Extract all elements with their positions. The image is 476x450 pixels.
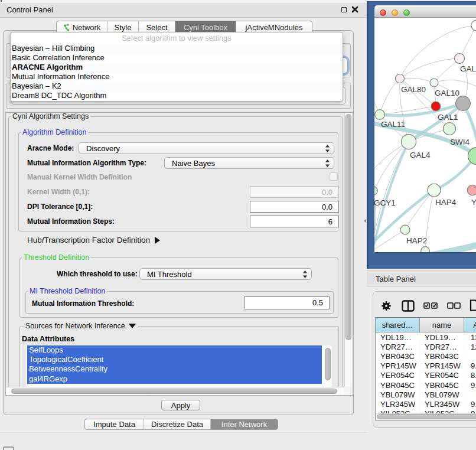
network-node-gcy1[interactable] (374, 187, 377, 195)
kernel-width-field[interactable]: 0.0 (250, 186, 339, 198)
table-cell: 9. (471, 361, 476, 370)
table-cell: YDL19… (425, 333, 456, 342)
settings-vscrollbar-thumb[interactable] (345, 114, 351, 340)
column-header[interactable]: A (464, 318, 476, 332)
function-builder-icon[interactable] (470, 299, 476, 311)
network-node-gal10[interactable] (430, 79, 438, 87)
table-row[interactable]: YBR045CYBR045C9. (376, 380, 476, 390)
network-node-hap2[interactable] (400, 225, 410, 234)
mini-dock-button[interactable] (3, 446, 14, 450)
sources-collapse-icon[interactable] (129, 324, 136, 328)
column-header[interactable]: name (420, 318, 464, 332)
corner-artifact (1, 0, 2, 2)
network-window-titlebar[interactable] (374, 5, 476, 18)
node-label: GAL2 (460, 64, 476, 73)
show-columns-icon[interactable] (423, 302, 438, 309)
network-node-hap4[interactable] (428, 184, 441, 197)
control-panel-titlebar (0, 3, 367, 18)
network-node-gal80[interactable] (396, 74, 405, 83)
close-window-icon[interactable] (380, 9, 386, 16)
algorithm-option[interactable]: Basic Correlation Inference (11, 53, 343, 63)
algorithm-option[interactable]: ARACNE Algorithm (11, 63, 343, 72)
gear-icon[interactable] (381, 301, 392, 311)
algorithm-option[interactable]: Dream8 DC_TDC Algorithm (11, 91, 343, 100)
algorithm-dropdown-prompt: Select algorithm to view settings (11, 32, 343, 44)
which-threshold-combobox[interactable]: MI Threshold (139, 268, 312, 280)
algorithm-option[interactable]: Bayesian – Hill Climbing (11, 44, 343, 53)
cyni-bottom-tabs: Impute DataDiscretize DataInfer Network (84, 419, 278, 430)
attribute-item[interactable]: SelfLoops (27, 345, 322, 355)
manual-kernel-checkbox[interactable] (330, 172, 338, 181)
attribute-item[interactable]: gal4RGexp (27, 374, 322, 384)
network-canvas[interactable]: GAL2GAL80GAL10GAL1GAL11SWI4GAL4GCY1HAP4Y… (374, 18, 476, 252)
node-label: HAP4 (435, 198, 457, 207)
network-edge (374, 230, 405, 249)
threshold-definition-title: Threshold Definition (22, 253, 91, 262)
network-node-swi4[interactable] (444, 123, 456, 135)
table-row[interactable]: YBR043CYBR043C (376, 351, 476, 361)
network-node-gal4[interactable] (401, 134, 416, 149)
node-label: Y (471, 198, 476, 207)
table-cell: 9. (471, 400, 476, 409)
algorithm-option[interactable]: Mutual Information Inference (11, 72, 343, 81)
settings-hscrollbar-thumb[interactable] (11, 389, 337, 394)
hub-expand-icon[interactable] (155, 237, 160, 244)
dpi-tolerance-label: DPI Tolerance [0,1]: (27, 203, 93, 211)
manual-kernel-label: Manual Kernel Width Definition (27, 173, 132, 181)
table-row[interactable]: YBL079WYBL079W (376, 390, 476, 399)
table-row[interactable]: YDL19…YDL19…13 (376, 332, 476, 342)
columns-icon[interactable] (402, 300, 415, 312)
network-node-gal2[interactable] (455, 54, 465, 64)
table-row[interactable]: YPR145WYPR145W9. (376, 361, 476, 371)
cyni-algorithm-settings-title: Cyni Algorithm Settings (11, 113, 90, 120)
network-node[interactable] (456, 96, 471, 111)
attribute-item[interactable]: BetweennessCentrality (27, 364, 322, 374)
aracne-mode-combobox[interactable]: Discovery (79, 142, 334, 154)
dpi-tolerance-field[interactable]: 0.0 (250, 201, 339, 213)
mi-threshold-title: MI Threshold Definition (28, 287, 107, 295)
table-cell: YPR145W (380, 361, 416, 370)
combo-updown-icon (303, 270, 307, 278)
attributes-scrollbar-thumb[interactable] (325, 348, 331, 380)
table-cell: 13 (471, 333, 476, 342)
table-hscrollbar-thumb[interactable] (377, 414, 476, 419)
network-node[interactable] (471, 20, 476, 31)
attribute-item[interactable]: TopologicalCoefficient (27, 355, 322, 364)
apply-button[interactable]: Apply (161, 400, 200, 410)
hub-definition-toggle[interactable]: Hub/Transcription Factor Definition (27, 236, 160, 244)
mi-threshold-label: Mutual Information Threshold: (32, 299, 134, 308)
network-node-gal1[interactable] (431, 102, 441, 111)
tab-infer-network[interactable]: Infer Network (211, 419, 278, 429)
tab-impute-data[interactable]: Impute Data (85, 419, 144, 429)
mi-threshold-field[interactable]: 0.5 (244, 296, 330, 309)
minimize-window-icon[interactable] (392, 9, 398, 16)
tab-discretize-data[interactable]: Discretize Data (144, 419, 211, 429)
table-row[interactable]: YLR345WYLR345W9. (376, 399, 476, 409)
column-header[interactable]: shared… (376, 318, 420, 332)
zoom-window-icon[interactable] (403, 9, 410, 16)
data-attributes-list[interactable]: SelfLoopsTopologicalCoefficientBetweenne… (26, 345, 331, 387)
mi-type-combobox[interactable]: Naive Bayes (164, 157, 334, 169)
mi-type-value: Naive Bayes (172, 159, 215, 168)
node-label: GAL1 (438, 113, 458, 122)
network-node-y[interactable] (467, 185, 476, 195)
combo-updown-icon (325, 145, 330, 152)
algorithm-definition-title: Algorithm Definition (21, 128, 88, 136)
float-panel-icon[interactable] (341, 7, 347, 12)
table-cell: YDL19… (380, 333, 412, 342)
table-cell: YER054C (380, 371, 415, 380)
table-cell: 12 (471, 343, 476, 351)
hide-columns-icon[interactable] (447, 302, 461, 309)
algorithm-option[interactable]: Bayesian – K2 (11, 81, 343, 91)
tab-label: Network (73, 23, 101, 32)
split-divider-arrow[interactable] (364, 219, 366, 223)
close-panel-icon[interactable] (351, 6, 358, 13)
table-row[interactable]: YDR27…YDR27…12 (376, 342, 476, 351)
which-threshold-label: Which threshold to use: (57, 270, 138, 278)
network-node[interactable] (421, 247, 430, 252)
mi-steps-field[interactable]: 6 (250, 216, 339, 227)
table-row[interactable]: YER054CYER054C8. (376, 371, 476, 380)
network-node-gal11[interactable] (375, 110, 385, 120)
network-edge (400, 58, 459, 79)
node-label: GAL4 (410, 151, 431, 159)
